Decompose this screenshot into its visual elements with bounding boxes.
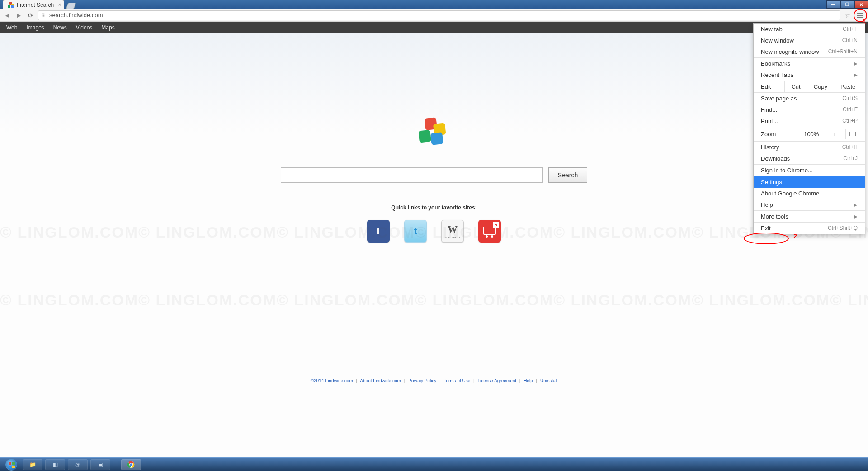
new-tab-button[interactable] (66, 3, 76, 9)
app-icon: ◎ (75, 461, 80, 468)
site-nav-images[interactable]: Images (26, 24, 44, 31)
search-button[interactable]: Search (548, 167, 587, 183)
chevron-right-icon: ▶ (854, 202, 858, 207)
taskbar-chrome-button[interactable] (121, 459, 141, 470)
chrome-menu-dropdown: New tabCtrl+T New windowCtrl+N New incog… (753, 23, 865, 234)
footer-terms[interactable]: Terms of Use (443, 378, 470, 383)
footer-privacy[interactable]: Privacy Policy (408, 378, 436, 383)
window-close-button[interactable] (854, 0, 868, 9)
quick-links-row: f t W WIKIPEDIA R (0, 220, 868, 243)
tab-title: Internet Search (17, 2, 54, 8)
favicon-icon (8, 2, 14, 8)
footer-about[interactable]: About Findwide.com (360, 378, 401, 383)
site-nav-news[interactable]: News (53, 24, 67, 31)
chevron-right-icon: ▶ (854, 61, 858, 66)
watermark: © LINGLOM.COM© LINGLOM.COM © LINGLOM.COM… (0, 291, 868, 309)
zoom-in-button[interactable]: + (828, 129, 841, 139)
quicklink-twitter-icon[interactable]: t (404, 220, 427, 243)
forward-button[interactable]: ► (14, 11, 24, 20)
menu-paste[interactable]: Paste (834, 81, 862, 92)
menu-exit[interactable]: ExitCtrl+Shift+Q (754, 223, 865, 234)
annotation-number-2: 2 (793, 233, 797, 240)
menu-find[interactable]: Find...Ctrl+F (754, 104, 865, 115)
quicklink-wikipedia-icon[interactable]: W WIKIPEDIA (441, 220, 464, 243)
site-nav-web[interactable]: Web (6, 24, 17, 31)
start-button[interactable] (3, 458, 20, 471)
zoom-out-button[interactable]: − (782, 129, 795, 139)
browser-toolbar: ◄ ► ⟳ 🗎 search.findwide.com ☆ 1 New tabC… (0, 9, 868, 22)
taskbar-explorer-button[interactable]: 📁 (23, 459, 42, 470)
quicklink-facebook-icon[interactable]: f (367, 220, 390, 243)
taskbar: 📁 ◧ ◎ ▣ (0, 457, 868, 471)
quicklink-shopping-icon[interactable]: R (478, 220, 501, 243)
menu-new-incognito[interactable]: New incognito windowCtrl+Shift+N (754, 46, 865, 57)
back-button[interactable]: ◄ (3, 11, 12, 20)
menu-more-tools[interactable]: More tools▶ (754, 211, 865, 222)
menu-zoom-label: Zoom (761, 131, 777, 138)
footer-help[interactable]: Help (524, 378, 533, 383)
site-nav: Web Images News Videos Maps (0, 22, 868, 33)
menu-copy[interactable]: Copy (807, 81, 834, 92)
menu-sign-in[interactable]: Sign in to Chrome... (754, 165, 865, 176)
footer-uninstall[interactable]: Uninstall (540, 378, 557, 383)
taskbar-app-button[interactable]: ◎ (68, 459, 88, 470)
menu-new-tab[interactable]: New tabCtrl+T (754, 24, 865, 35)
fullscreen-button[interactable] (845, 129, 859, 139)
taskbar-app-button[interactable]: ▣ (90, 459, 110, 470)
menu-downloads[interactable]: DownloadsCtrl+J (754, 153, 865, 164)
quick-links-heading: Quick links to your favorite sites: (0, 205, 868, 211)
zoom-value: 100% (799, 129, 823, 139)
cart-icon (483, 227, 496, 235)
menu-save-page[interactable]: Save page as...Ctrl+S (754, 93, 865, 104)
menu-help[interactable]: Help▶ (754, 199, 865, 210)
menu-history[interactable]: HistoryCtrl+H (754, 142, 865, 153)
footer-license[interactable]: License Agreement (477, 378, 516, 383)
site-nav-maps[interactable]: Maps (101, 24, 114, 31)
menu-about[interactable]: About Google Chrome (754, 188, 865, 199)
chevron-right-icon: ▶ (854, 72, 858, 77)
address-bar[interactable]: 🗎 search.findwide.com (38, 10, 840, 20)
menu-edit-label: Edit (754, 81, 784, 92)
page-content: © LINGLOM.COM© LINGLOM.COM © LINGLOM.COM… (0, 33, 868, 457)
windows-logo-icon (5, 459, 17, 471)
footer-copyright[interactable]: ©2014 Findwide.com (311, 378, 353, 383)
chrome-icon (127, 461, 135, 468)
window-titlebar (0, 0, 868, 9)
menu-recent-tabs[interactable]: Recent Tabs▶ (754, 69, 865, 81)
page-icon: 🗎 (41, 12, 47, 19)
chevron-right-icon: ▶ (854, 214, 858, 219)
app-icon: ▣ (98, 461, 103, 468)
menu-new-window[interactable]: New windowCtrl+N (754, 35, 865, 46)
minimize-button[interactable] (826, 0, 840, 9)
bookmark-star-icon[interactable]: ☆ (843, 12, 853, 19)
menu-cut[interactable]: Cut (784, 81, 807, 92)
url-text: search.findwide.com (49, 12, 103, 19)
browser-tab[interactable]: Internet Search × (3, 0, 64, 9)
app-icon: ◧ (53, 461, 58, 468)
menu-bookmarks[interactable]: Bookmarks▶ (754, 58, 865, 69)
fullscreen-icon (849, 132, 856, 136)
maximize-button[interactable] (840, 0, 854, 9)
taskbar-app-button[interactable]: ◧ (45, 459, 65, 470)
reload-button[interactable]: ⟳ (26, 11, 35, 20)
menu-print[interactable]: Print...Ctrl+P (754, 115, 865, 127)
menu-zoom-row: Zoom − 100% + (754, 127, 865, 141)
page-footer: ©2014 Findwide.com | About Findwide.com … (0, 378, 868, 383)
site-logo-icon (419, 118, 449, 148)
tab-close-icon[interactable]: × (58, 2, 61, 7)
site-nav-videos[interactable]: Videos (76, 24, 92, 31)
search-input[interactable] (281, 167, 543, 183)
folder-icon: 📁 (29, 461, 36, 468)
menu-settings[interactable]: Settings (754, 176, 865, 188)
